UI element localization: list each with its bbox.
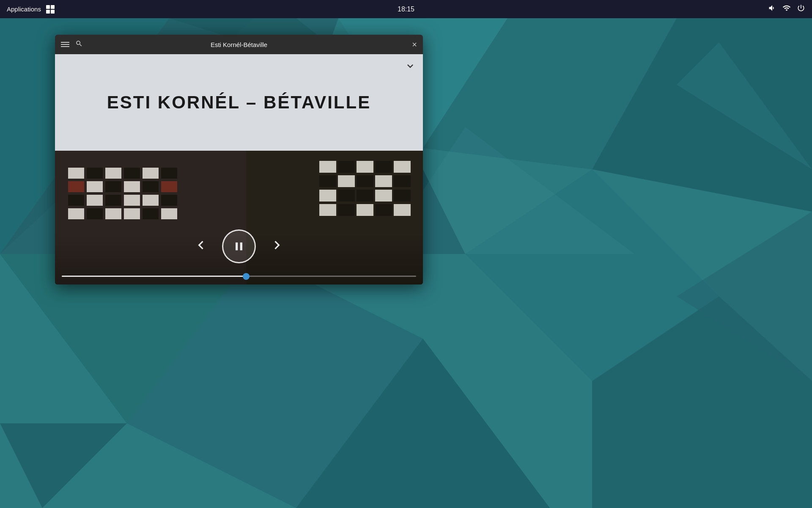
topbar-right: [768, 4, 805, 14]
album-title: ESTI KORNÉL – BÉTAVILLE: [107, 92, 371, 113]
artwork-top: ESTI KORNÉL – BÉTAVILLE: [55, 54, 423, 151]
menu-icon[interactable]: [61, 42, 69, 47]
player-title: Esti Kornél-Bétaville: [211, 41, 267, 48]
progress-thumb[interactable]: [243, 273, 250, 280]
player-window: Esti Kornél-Bétaville × ESTI KORNÉL – BÉ…: [55, 35, 423, 284]
grid-icon[interactable]: [46, 5, 55, 14]
speaker-icon[interactable]: [768, 4, 776, 14]
wifi-icon[interactable]: [782, 4, 791, 14]
next-button[interactable]: [269, 237, 285, 256]
progress-fill: [62, 276, 246, 277]
applications-label[interactable]: Applications: [7, 6, 41, 13]
previous-button[interactable]: [192, 237, 209, 256]
windows-grid-right: [316, 157, 414, 220]
search-icon[interactable]: [75, 40, 83, 50]
chevron-down-button[interactable]: [404, 60, 416, 75]
player-content: ESTI KORNÉL – BÉTAVILLE: [55, 54, 423, 284]
progress-bar-container[interactable]: [55, 276, 423, 284]
play-pause-button[interactable]: [222, 229, 256, 263]
power-icon[interactable]: [797, 4, 805, 14]
windows-grid-left: [65, 164, 181, 237]
player-artwork: ESTI KORNÉL – BÉTAVILLE: [55, 54, 423, 284]
topbar-clock: 18:15: [398, 6, 414, 13]
controls-overlay: [55, 234, 423, 284]
player-titlebar: Esti Kornél-Bétaville ×: [55, 35, 423, 54]
progress-track[interactable]: [62, 276, 416, 277]
transport-controls: [192, 229, 285, 263]
titlebar-controls-left: [61, 40, 83, 50]
close-button[interactable]: ×: [412, 40, 417, 49]
topbar: Applications 18:15: [0, 0, 812, 18]
topbar-left: Applications: [7, 5, 55, 14]
